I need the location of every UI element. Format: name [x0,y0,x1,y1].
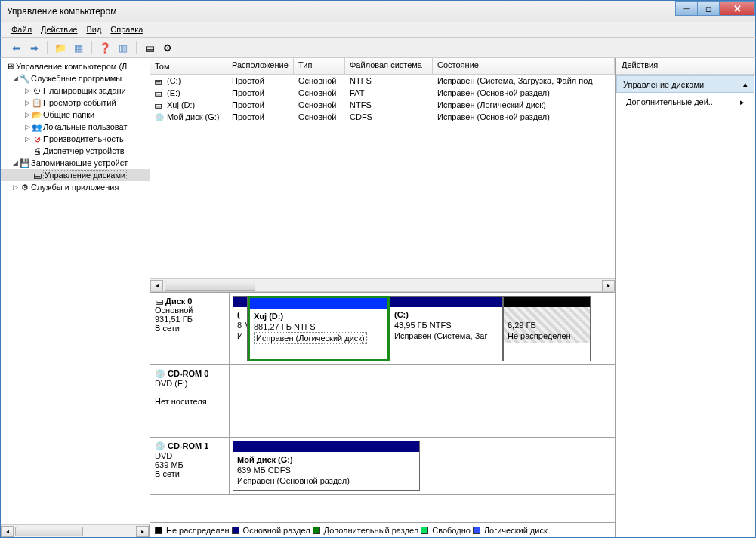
titlebar: Управление компьютером ─ ◻ ✕ [0,0,756,22]
scroll-thumb[interactable] [15,527,83,536]
menu-view[interactable]: Вид [86,25,101,34]
disk-graphical-view: 🖴 Диск 0 Основной 931,51 ГБ В сети (8 МИ… [150,292,615,522]
volume-header: Том Расположение Тип Файловая система Со… [150,58,615,75]
disc-icon: 💿 [155,441,165,450]
tree-services[interactable]: ▷⚙Службы и приложения [1,181,150,193]
collapse-icon: ▴ [743,79,748,89]
menu-file[interactable]: Файл [11,25,32,34]
scroll-left-icon[interactable]: ◂ [150,280,163,291]
scroll-right-icon[interactable]: ▸ [136,526,149,537]
legend-label: Не распределен [166,526,230,535]
minimize-button[interactable]: ─ [675,1,698,16]
legend-swatch-unalloc [155,527,162,534]
refresh-icon[interactable]: 🖴 [142,40,157,55]
menu-bar: Файл Действие Вид Справка [0,22,756,37]
partition-unallocated[interactable]: 6,29 ГБНе распределен [503,296,591,361]
close-button[interactable]: ✕ [719,1,755,16]
actions-pane: Действия Управление дисками▴ Дополнитель… [615,58,755,537]
legend-swatch-logical [473,527,480,534]
col-tip[interactable]: Тип [294,58,345,74]
tree-diskmgmt[interactable]: 🖴Управление дисками [1,169,150,181]
menu-action[interactable]: Действие [41,25,77,34]
help-button[interactable]: ❓ [97,40,113,55]
col-fs[interactable]: Файловая система [345,58,433,74]
chevron-right-icon: ▸ [740,97,745,107]
legend-swatch-primary [232,527,239,534]
menu-help[interactable]: Справка [110,25,143,34]
drive-icon: 🖴 [155,77,165,85]
volume-row[interactable]: 🖴Xuj (D:) ПростойОсновнойNTFSИсправен (Л… [150,99,615,111]
legend-label: Логический диск [484,526,548,535]
tree-shared[interactable]: ▷📂Общие папки [1,109,150,121]
window-controls: ─ ◻ ✕ [676,1,755,16]
tree-perf[interactable]: ▷⊘Производительность [1,133,150,145]
volume-list: Том Расположение Тип Файловая система Со… [150,58,615,292]
tree-storage[interactable]: ◢💾Запоминающие устройст [1,157,150,169]
legend-label: Основной раздел [243,526,310,535]
tree-scheduler[interactable]: ▷⏲Планировщик задани [1,85,150,97]
tree-users[interactable]: ▷👥Локальные пользоват [1,121,150,133]
disk-row: 💿 CD-ROM 1 DVD 639 МБ В сети Мой диск (G… [150,438,615,495]
maximize-button[interactable]: ◻ [697,1,720,16]
disc-icon: 💿 [155,113,165,121]
actions-category[interactable]: Управление дисками▴ [616,75,754,93]
action-icon[interactable]: ⚙ [160,40,175,55]
partition[interactable]: (C:)43,95 ГБ NTFSИсправен (Система, Заг [390,296,503,361]
volume-row[interactable]: 🖴(E:) ПростойОсновнойFATИсправен (Основн… [150,87,615,99]
legend-swatch-free [421,527,428,534]
disc-icon: 💿 [155,369,165,378]
disk-label[interactable]: 🖴 Диск 0 Основной 931,51 ГБ В сети [150,293,230,364]
tree-system-tools[interactable]: ◢🔧Служебные программы [1,72,150,85]
legend-label: Дополнительный раздел [324,526,419,535]
separator [136,41,137,54]
drive-icon: 🖴 [155,101,165,109]
drive-icon: 🖴 [155,89,165,97]
scroll-left-icon[interactable]: ◂ [1,526,14,537]
volume-rows: 🖴(C:) ПростойОсновнойNTFSИсправен (Систе… [150,75,615,278]
tree-events[interactable]: ▷📋Просмотр событий [1,97,150,109]
tree-root[interactable]: 🖥Управление компьютером (Л [1,60,150,72]
disk-label[interactable]: 💿 CD-ROM 0 DVD (F:) Нет носителя [150,365,230,437]
legend: Не распределен Основной раздел Дополните… [150,522,615,537]
volume-hscroll[interactable]: ◂ ▸ [150,278,615,291]
separator [91,41,92,54]
scroll-thumb[interactable] [165,281,255,291]
up-button[interactable]: 📁 [53,40,68,55]
main-area: 🖥Управление компьютером (Л ◢🔧Служебные п… [0,58,756,538]
tree-devmgr[interactable]: 🖨Диспетчер устройств [1,145,150,157]
col-sos[interactable]: Состояние [433,58,615,74]
view-button[interactable]: ▦ [71,40,86,55]
legend-label: Свободно [432,526,471,535]
tree-hscroll[interactable]: ◂ ▸ [1,524,150,537]
scroll-right-icon[interactable]: ▸ [602,280,615,291]
separator [47,41,48,54]
actions-header: Действия [616,58,755,75]
toolbar: ⬅ ➡ 📁 ▦ ❓ ▥ 🖴 ⚙ [0,37,756,58]
forward-button[interactable]: ➡ [26,40,42,55]
options-button[interactable]: ▥ [116,40,131,55]
volume-row[interactable]: 💿Мой диск (G:) ПростойОсновнойCDFSИсправ… [150,111,615,123]
disk-row: 💿 CD-ROM 0 DVD (F:) Нет носителя [150,365,615,438]
legend-swatch-extended [313,527,320,534]
disk-icon: 🖴 [155,297,163,306]
window-title: Управление компьютером [7,6,116,17]
col-tom[interactable]: Том [150,58,227,74]
center-pane: Том Расположение Тип Файловая система Со… [150,58,615,537]
navigation-tree: 🖥Управление компьютером (Л ◢🔧Служебные п… [1,58,150,537]
volume-row[interactable]: 🖴(C:) ПростойОсновнойNTFSИсправен (Систе… [150,75,615,87]
back-button[interactable]: ⬅ [8,40,23,55]
partition[interactable]: (8 МИ [233,296,248,361]
actions-more[interactable]: Дополнительные дей...▸ [616,94,755,111]
partition[interactable]: Мой диск (G:)639 МБ CDFSИсправен (Основн… [233,441,420,491]
disk-row: 🖴 Диск 0 Основной 931,51 ГБ В сети (8 МИ… [150,293,615,365]
partition-selected[interactable]: Xuj (D:)881,27 ГБ NTFSИсправен (Логическ… [248,296,390,361]
col-ras[interactable]: Расположение [227,58,294,74]
disk-label[interactable]: 💿 CD-ROM 1 DVD 639 МБ В сети [150,438,230,494]
